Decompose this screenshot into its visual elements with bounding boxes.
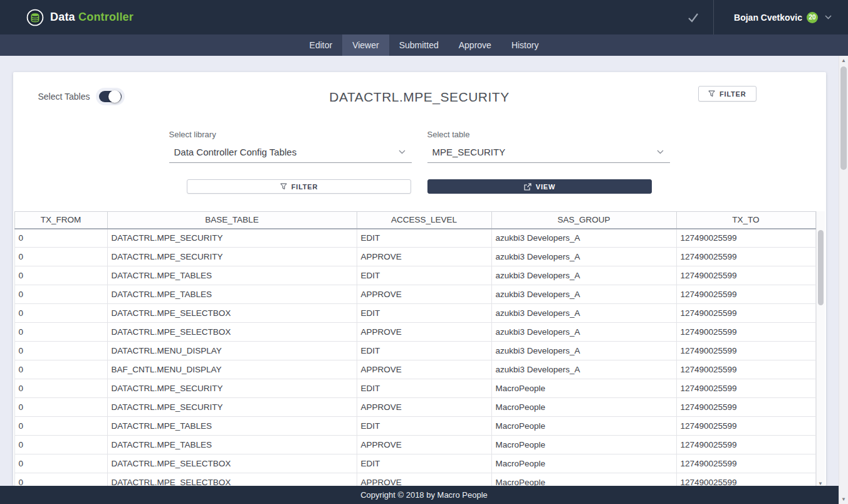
table-header-row: TX_FROM BASE_TABLE ACCESS_LEVEL SAS_GROU… xyxy=(14,212,815,229)
page-title: DATACTRL.MPE_SECURITY xyxy=(329,90,509,105)
table-row[interactable]: 0DATACTRL.MPE_SELECTBOXAPPROVEMacroPeopl… xyxy=(14,473,815,486)
table-cell: DATACTRL.MPE_TABLES xyxy=(107,266,357,285)
table-select-group: Select table MPE_SECURITY xyxy=(427,130,670,163)
filter-button-label: FILTER xyxy=(291,183,318,191)
table-cell: 0 xyxy=(14,229,107,248)
table-row[interactable]: 0DATACTRL.MPE_SELECTBOXAPPROVEazukbi3 De… xyxy=(14,323,815,342)
table-cell: 127490025599 xyxy=(676,454,815,473)
table-cell: 0 xyxy=(14,342,107,360)
brand-title: Data Controller xyxy=(50,11,133,24)
table-scrollbar[interactable]: ▼ xyxy=(816,211,825,486)
toggle-knob xyxy=(108,90,121,103)
select-tables-toggle-group: Select Tables xyxy=(38,91,122,102)
table-row[interactable]: 0DATACTRL.MPE_SELECTBOXEDITazukbi3 Devel… xyxy=(14,304,815,323)
page-scrollbar-thumb[interactable] xyxy=(840,66,847,170)
table-row[interactable]: 0DATACTRL.MPE_SECURITYAPPROVEazukbi3 Dev… xyxy=(14,248,815,266)
check-icon[interactable] xyxy=(687,12,699,23)
tab-history[interactable]: History xyxy=(501,34,549,56)
table-cell: EDIT xyxy=(357,379,491,398)
open-view-icon xyxy=(524,183,531,191)
chevron-down-icon xyxy=(825,15,832,19)
table-row[interactable]: 0BAF_CNTL.MENU_DISPLAYAPPROVEazukbi3 Dev… xyxy=(14,360,815,379)
scroll-down-icon[interactable]: ▼ xyxy=(817,481,825,486)
table-cell: azukbi3 Developers_A xyxy=(491,285,676,304)
scroll-up-icon[interactable]: ▲ xyxy=(839,58,848,63)
table-cell: APPROVE xyxy=(357,436,491,454)
view-button[interactable]: VIEW xyxy=(427,179,652,194)
table-select-value: MPE_SECURITY xyxy=(432,147,506,157)
table-cell: 0 xyxy=(14,285,107,304)
tab-approve[interactable]: Approve xyxy=(449,34,501,56)
table-row[interactable]: 0DATACTRL.MENU_DISPLAYEDITazukbi3 Develo… xyxy=(14,342,815,360)
library-select[interactable]: Data Controller Config Tables xyxy=(169,144,412,163)
table-cell: EDIT xyxy=(357,454,491,473)
table-scrollbar-thumb[interactable] xyxy=(818,230,824,305)
table-cell: DATACTRL.MPE_SECURITY xyxy=(107,379,357,398)
table-row[interactable]: 0DATACTRL.MPE_TABLESEDITMacroPeople12749… xyxy=(14,417,815,436)
table-cell: EDIT xyxy=(357,304,491,323)
table-row[interactable]: 0DATACTRL.MPE_TABLESAPPROVEazukbi3 Devel… xyxy=(14,285,815,304)
table-cell: 0 xyxy=(14,266,107,285)
table-cell: APPROVE xyxy=(357,248,491,266)
table-cell: 0 xyxy=(14,379,107,398)
column-header-sas-group[interactable]: SAS_GROUP xyxy=(491,212,676,229)
tab-viewer[interactable]: Viewer xyxy=(342,34,389,56)
table-select-label: Select table xyxy=(427,130,670,139)
table-cell: 127490025599 xyxy=(676,248,815,266)
table-select[interactable]: MPE_SECURITY xyxy=(427,144,670,163)
table-cell: DATACTRL.MPE_SELECTBOX xyxy=(107,323,357,342)
table-cell: DATACTRL.MENU_DISPLAY xyxy=(107,342,357,360)
table-cell: DATACTRL.MPE_SELECTBOX xyxy=(107,473,357,486)
table-cell: 0 xyxy=(14,248,107,266)
table-cell: 127490025599 xyxy=(676,304,815,323)
column-header-access-level[interactable]: ACCESS_LEVEL xyxy=(357,212,491,229)
table-cell: 127490025599 xyxy=(676,342,815,360)
table-cell: MacroPeople xyxy=(491,436,676,454)
table-row[interactable]: 0DATACTRL.MPE_SECURITYEDITazukbi3 Develo… xyxy=(14,229,815,248)
table-cell: azukbi3 Developers_A xyxy=(491,360,676,379)
table-row[interactable]: 0DATACTRL.MPE_SECURITYAPPROVEMacroPeople… xyxy=(14,398,815,417)
table-cell: DATACTRL.MPE_SECURITY xyxy=(107,229,357,248)
library-select-label: Select library xyxy=(169,130,412,139)
select-tables-toggle[interactable] xyxy=(99,91,122,102)
view-button-label: VIEW xyxy=(536,183,555,191)
table-cell: DATACTRL.MPE_SECURITY xyxy=(107,248,357,266)
table-row[interactable]: 0DATACTRL.MPE_SELECTBOXEDITMacroPeople12… xyxy=(14,454,815,473)
table-cell: MacroPeople xyxy=(491,454,676,473)
actions-row: FILTER VIEW xyxy=(13,179,826,194)
table-cell: 127490025599 xyxy=(676,398,815,417)
scroll-down-icon[interactable]: ▼ xyxy=(839,496,848,502)
table-cell: 0 xyxy=(14,436,107,454)
viewer-card: Select Tables DATACTRL.MPE_SECURITY FILT… xyxy=(13,72,826,486)
table-cell: DATACTRL.MPE_TABLES xyxy=(107,436,357,454)
table-cell: 127490025599 xyxy=(676,323,815,342)
table-cell: azukbi3 Developers_A xyxy=(491,323,676,342)
tab-submitted[interactable]: Submitted xyxy=(389,34,449,56)
table-cell: EDIT xyxy=(357,229,491,248)
table-cell: EDIT xyxy=(357,266,491,285)
main-area: Select Tables DATACTRL.MPE_SECURITY FILT… xyxy=(0,72,839,486)
select-tables-label: Select Tables xyxy=(38,92,90,102)
top-filter-button[interactable]: FILTER xyxy=(698,86,756,102)
table-cell: 127490025599 xyxy=(676,229,815,248)
page-scrollbar[interactable]: ▲ ▼ xyxy=(839,56,848,504)
column-header-base-table[interactable]: BASE_TABLE xyxy=(107,212,357,229)
filter-button[interactable]: FILTER xyxy=(187,179,411,194)
selectors-row: Select library Data Controller Config Ta… xyxy=(13,130,826,163)
table-cell: MacroPeople xyxy=(491,379,676,398)
table-cell: azukbi3 Developers_A xyxy=(491,266,676,285)
card-toolbar: Select Tables DATACTRL.MPE_SECURITY FILT… xyxy=(13,86,826,115)
app-header: Data Controller Bojan Cvetkovic 20 xyxy=(0,0,848,34)
table-row[interactable]: 0DATACTRL.MPE_SECURITYEDITMacroPeople127… xyxy=(14,379,815,398)
database-logo-icon xyxy=(26,9,44,26)
user-menu[interactable]: Bojan Cvetkovic 20 xyxy=(714,12,838,23)
tab-editor[interactable]: Editor xyxy=(300,34,343,56)
column-header-tx-to[interactable]: TX_TO xyxy=(676,212,815,229)
table-row[interactable]: 0DATACTRL.MPE_TABLESAPPROVEMacroPeople12… xyxy=(14,436,815,454)
table-row[interactable]: 0DATACTRL.MPE_TABLESEDITazukbi3 Develope… xyxy=(14,266,815,285)
column-header-tx-from[interactable]: TX_FROM xyxy=(14,212,107,229)
app-footer: Copyright © 2018 by Macro People xyxy=(0,486,848,504)
funnel-icon xyxy=(708,90,715,97)
table-cell: azukbi3 Developers_A xyxy=(491,342,676,360)
user-badge: 20 xyxy=(807,12,818,23)
